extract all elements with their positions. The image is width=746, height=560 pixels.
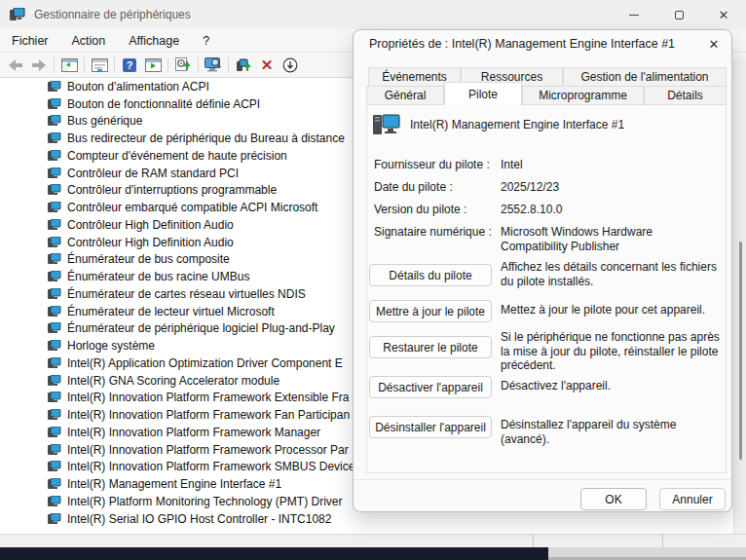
- system-device-icon: [48, 357, 61, 369]
- close-icon: ✕: [709, 37, 720, 52]
- menu-affichage[interactable]: Affichage: [117, 29, 191, 52]
- show-console-tree-icon[interactable]: [57, 55, 81, 76]
- export-list-icon[interactable]: [141, 55, 165, 76]
- forward-icon[interactable]: [27, 55, 51, 76]
- minimize-button[interactable]: [612, 0, 656, 29]
- system-device-icon: [48, 288, 61, 300]
- system-device-icon: [48, 98, 61, 110]
- device-name: Intel(R) Management Engine Interface #1: [410, 118, 624, 131]
- maximize-button[interactable]: [656, 0, 701, 29]
- system-device-icon: [48, 478, 61, 490]
- ok-button[interactable]: OK: [580, 488, 647, 510]
- back-icon[interactable]: [4, 55, 27, 76]
- system-device-icon: [48, 375, 61, 387]
- dialog-footer-separator: [354, 479, 731, 480]
- uninstall-device-button[interactable]: Désinstaller l'appareil: [369, 416, 492, 438]
- screen: Gestionnaire de périphériques ✕ Fichier …: [0, 0, 746, 560]
- system-device-icon: [48, 513, 61, 525]
- scrollbar-thumb[interactable]: [739, 242, 742, 460]
- field-value-signataire: Microsoft Windows Hardware Compatibility…: [501, 225, 720, 253]
- window-title: Gestionnaire de périphériques: [34, 8, 191, 21]
- system-device-icon: [48, 392, 61, 403]
- scan-hardware-changes-icon[interactable]: [171, 55, 195, 76]
- disable-device-description: Désactivez l'appareil.: [501, 379, 727, 393]
- system-device-icon: [48, 253, 61, 265]
- titlebar: Gestionnaire de périphériques ✕: [0, 0, 746, 29]
- background-window-edge: [548, 547, 746, 560]
- search-computer-icon[interactable]: [202, 55, 225, 76]
- tab-gestion-alimentation[interactable]: Gestion de l'alimentation: [563, 67, 727, 87]
- driver-details-button[interactable]: Détails du pilote: [369, 264, 492, 286]
- dialog-close-button[interactable]: ✕: [704, 34, 724, 54]
- system-device-icon: [48, 219, 61, 231]
- taskbar-edge: [0, 547, 548, 560]
- system-device-icon: [48, 306, 61, 317]
- properties-dialog: Propriétés de : Intel(R) Management Engi…: [353, 29, 732, 512]
- toolbar-separator: [84, 57, 85, 73]
- system-device-icon: [48, 271, 61, 282]
- close-icon: ✕: [719, 9, 729, 21]
- field-label-date: Date du pilote :: [374, 180, 453, 194]
- system-device-icon: [48, 81, 61, 93]
- disable-icon[interactable]: [279, 55, 302, 76]
- toolbar-separator: [54, 57, 55, 73]
- update-driver-description: Mettez à jour le pilote pour cet apparei…: [501, 303, 727, 317]
- system-device-icon: [48, 444, 61, 456]
- menu-fichier[interactable]: Fichier: [0, 29, 60, 52]
- minimize-icon: [629, 15, 639, 16]
- close-button[interactable]: ✕: [701, 0, 746, 29]
- cancel-button[interactable]: Annuler: [659, 488, 726, 510]
- field-value-fournisseur: Intel: [501, 158, 720, 172]
- rollback-driver-button[interactable]: Restaurer le pilote: [369, 336, 492, 358]
- uninstall-icon[interactable]: ✕: [255, 55, 279, 76]
- status-bar: [0, 534, 746, 547]
- update-driver-icon[interactable]: [232, 55, 255, 76]
- tab-pilote[interactable]: Pilote: [444, 82, 522, 105]
- menu-help[interactable]: ?: [191, 29, 221, 52]
- svg-text:?: ?: [127, 59, 133, 71]
- toolbar-separator: [168, 57, 168, 73]
- system-device-icon: [48, 150, 61, 162]
- system-device-icon: [48, 496, 61, 507]
- system-device-icon: [48, 461, 61, 472]
- menu-action[interactable]: Action: [60, 29, 118, 52]
- system-device-icon: [48, 237, 61, 248]
- driver-details-description: Affichez les détails concernant les fich…: [501, 260, 727, 288]
- system-device-icon: [48, 115, 61, 127]
- device-manager-app-icon: [10, 8, 25, 21]
- properties-icon[interactable]: [88, 55, 111, 76]
- device-icon: [373, 113, 400, 140]
- field-value-date: 2025/12/23: [501, 180, 720, 195]
- system-device-icon: [48, 132, 61, 144]
- help-icon[interactable]: ?: [118, 55, 141, 76]
- system-device-icon: [48, 322, 61, 334]
- disable-device-button[interactable]: Désactiver l'appareil: [369, 376, 492, 398]
- update-driver-button[interactable]: Mettre à jour le pilote: [369, 300, 492, 322]
- toolbar-separator: [228, 57, 229, 73]
- tab-details[interactable]: Détails: [644, 86, 727, 105]
- system-device-icon: [48, 184, 61, 196]
- uninstall-device-description: Désinstallez l'appareil du système (avan…: [501, 418, 727, 446]
- tab-general[interactable]: Général: [366, 86, 444, 105]
- system-device-icon: [48, 340, 61, 352]
- toolbar-separator: [198, 57, 199, 73]
- vertical-scrollbar[interactable]: [733, 58, 746, 534]
- dialog-title: Propriétés de : Intel(R) Management Engi…: [369, 37, 675, 51]
- system-device-icon: [48, 168, 61, 179]
- system-device-icon: [48, 409, 61, 421]
- toolbar-separator: [114, 57, 115, 73]
- field-label-version: Version du pilote :: [374, 203, 466, 216]
- system-device-icon: [48, 427, 61, 438]
- system-device-icon: [48, 202, 61, 213]
- rollback-driver-description: Si le périphérique ne fonctionne pas apr…: [501, 330, 727, 373]
- maximize-icon: [675, 11, 684, 19]
- tree-item[interactable]: Intel(R) Serial IO GPIO Host Controller …: [0, 510, 746, 528]
- field-label-fournisseur: Fournisseur du pilote :: [374, 158, 490, 171]
- field-label-signataire: Signataire numérique :: [374, 225, 492, 239]
- tab-microprogramme[interactable]: Microprogramme: [522, 86, 644, 105]
- field-value-version: 2552.8.10.0: [501, 203, 720, 217]
